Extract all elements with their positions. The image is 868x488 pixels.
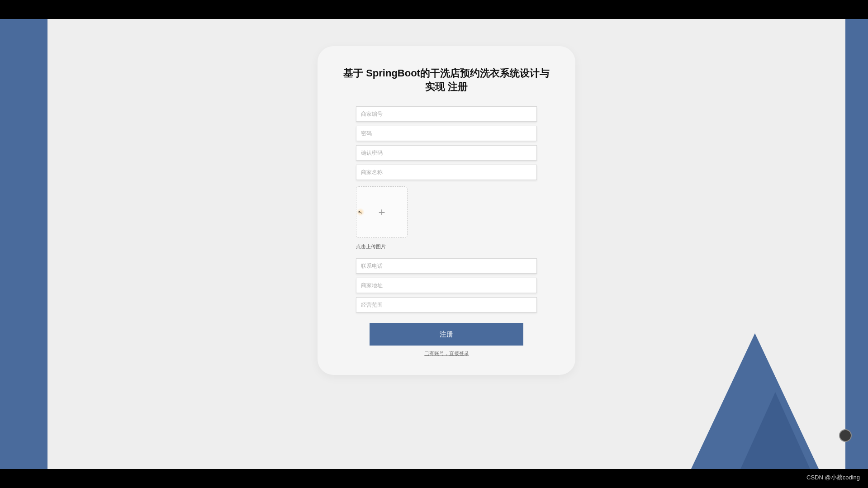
merchant-id-input[interactable] bbox=[356, 106, 537, 122]
merchant-name-input[interactable] bbox=[356, 165, 537, 180]
page-title: 基于 SpringBoot的干洗店预约洗衣系统设计与实现 注册 bbox=[340, 66, 553, 94]
letterbox-bottom: CSDN @小蔡coding bbox=[0, 469, 868, 488]
address-input[interactable] bbox=[356, 278, 537, 293]
mountain-decoration-small bbox=[732, 392, 818, 469]
register-button[interactable]: 注册 bbox=[370, 323, 523, 346]
login-link[interactable]: 已有账号，直接登录 bbox=[424, 350, 469, 357]
registration-card: 基于 SpringBoot的干洗店预约洗衣系统设计与实现 注册 + 点击上传图片 bbox=[318, 46, 575, 375]
plus-icon: + bbox=[378, 205, 385, 219]
watermark: CSDN @小蔡coding bbox=[806, 474, 860, 482]
phone-input[interactable] bbox=[356, 258, 537, 274]
image-upload-box[interactable]: + bbox=[356, 186, 408, 238]
avatar-badge bbox=[839, 429, 852, 442]
confirm-password-input[interactable] bbox=[356, 145, 537, 161]
password-input[interactable] bbox=[356, 126, 537, 141]
letterbox-top bbox=[0, 0, 868, 19]
upload-section: + 点击上传图片 bbox=[356, 184, 537, 250]
viewport: 基于 SpringBoot的干洗店预约洗衣系统设计与实现 注册 + 点击上传图片 bbox=[0, 19, 868, 469]
registration-form: + 点击上传图片 注册 已有账号，直接登录 bbox=[340, 106, 553, 357]
upload-hint: 点击上传图片 bbox=[356, 243, 537, 250]
page-background: 基于 SpringBoot的干洗店预约洗衣系统设计与实现 注册 + 点击上传图片 bbox=[47, 19, 845, 469]
business-scope-input[interactable] bbox=[356, 297, 537, 313]
